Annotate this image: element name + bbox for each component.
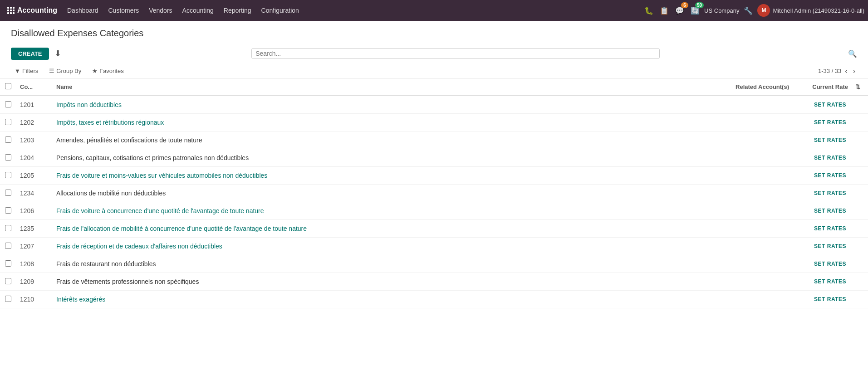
row-name-text: Frais de restaurant non déductibles — [56, 260, 156, 268]
nav-configuration[interactable]: Configuration — [257, 5, 304, 16]
row-name-link[interactable]: Impôts, taxes et rétributions régionaux — [56, 119, 164, 126]
set-rates-button[interactable]: SET RATES — [812, 118, 848, 127]
table-row: 1210 Intérêts exagérés SET RATES — [0, 291, 868, 308]
row-name-link[interactable]: Frais de voiture à concurrence d'une quo… — [56, 207, 264, 214]
settings-icon-btn[interactable]: 🔧 — [742, 5, 755, 17]
row-rate: SET RATES — [793, 255, 852, 273]
brand[interactable]: Accounting — [4, 6, 61, 15]
row-checkbox[interactable] — [5, 296, 11, 302]
set-rates-button[interactable]: SET RATES — [812, 278, 848, 286]
next-page-btn[interactable]: › — [851, 66, 857, 76]
set-rates-button[interactable]: SET RATES — [812, 154, 848, 162]
set-rates-button[interactable]: SET RATES — [812, 101, 848, 109]
rate-header: Current Rate — [793, 78, 852, 96]
filters-button[interactable]: ▼ Filters — [11, 66, 42, 76]
name-header[interactable]: Name — [53, 78, 720, 96]
prev-page-btn[interactable]: ‹ — [843, 66, 849, 76]
filter-bar: ▼ Filters ☰ Group By ★ Favorites 1-33 / … — [0, 64, 868, 78]
row-checkbox[interactable] — [5, 243, 11, 249]
set-rates-button[interactable]: SET RATES — [812, 224, 848, 233]
set-rates-button[interactable]: SET RATES — [812, 207, 848, 215]
row-accounts — [720, 273, 793, 291]
row-name-link[interactable]: Intérêts exagérés — [56, 296, 105, 303]
update-badge: 50 — [695, 2, 704, 8]
row-name-link[interactable]: Impôts non déductibles — [56, 101, 122, 108]
row-name: Intérêts exagérés — [53, 291, 720, 308]
row-accounts — [720, 114, 793, 131]
favorites-label: Favorites — [99, 68, 123, 74]
row-name-link[interactable]: Frais de l'allocation de mobilité à conc… — [56, 225, 307, 232]
row-action — [852, 149, 868, 167]
update-icon-wrap: 🔄 50 — [689, 5, 701, 17]
nav-reporting[interactable]: Reporting — [219, 5, 256, 16]
table-body: 1201 Impôts non déductibles SET RATES 12… — [0, 96, 868, 308]
row-action — [852, 185, 868, 202]
nav-vendors[interactable]: Vendors — [144, 5, 177, 16]
set-rates-button[interactable]: SET RATES — [812, 295, 848, 303]
set-rates-button[interactable]: SET RATES — [812, 242, 848, 250]
set-rates-button[interactable]: SET RATES — [812, 171, 848, 180]
row-checkbox[interactable] — [5, 260, 11, 267]
row-action — [852, 220, 868, 238]
nav-dashboard[interactable]: Dashboard — [63, 5, 103, 16]
row-checkbox[interactable] — [5, 101, 11, 107]
row-rate: SET RATES — [793, 114, 852, 131]
row-action — [852, 291, 868, 308]
row-code: 1206 — [16, 202, 53, 220]
row-checkbox-cell — [0, 149, 16, 167]
row-name-text: Amendes, pénalités et confiscations de t… — [56, 136, 202, 144]
select-all-checkbox[interactable] — [5, 83, 11, 89]
page-header: Disallowed Expenses Categories — [0, 21, 868, 47]
download-icon-btn[interactable]: ⬇ — [53, 47, 63, 60]
row-checkbox[interactable] — [5, 154, 11, 161]
row-accounts — [720, 149, 793, 167]
bug-icon-btn[interactable]: 🐛 — [642, 5, 655, 17]
set-rates-button[interactable]: SET RATES — [812, 136, 848, 144]
row-checkbox[interactable] — [5, 225, 11, 231]
code-header[interactable]: Co... — [16, 78, 53, 96]
search-button[interactable]: 🔍 — [848, 49, 857, 58]
row-checkbox[interactable] — [5, 190, 11, 196]
row-accounts — [720, 238, 793, 255]
row-action — [852, 238, 868, 255]
expenses-table: Co... Name Related Account(s) Current Ra… — [0, 78, 868, 308]
row-action — [852, 114, 868, 131]
nav-menu: Dashboard Customers Vendors Accounting R… — [63, 5, 641, 16]
table-row: 1235 Frais de l'allocation de mobilité à… — [0, 220, 868, 238]
data-table-wrap: Co... Name Related Account(s) Current Ra… — [0, 78, 868, 308]
user-name: Mitchell Admin (21490321-16-0-all) — [773, 7, 864, 14]
row-checkbox[interactable] — [5, 172, 11, 178]
row-rate: SET RATES — [793, 220, 852, 238]
create-button[interactable]: CREATE — [11, 48, 49, 60]
row-accounts — [720, 96, 793, 114]
row-code: 1207 — [16, 238, 53, 255]
group-by-label: Group By — [56, 68, 81, 74]
row-checkbox[interactable] — [5, 207, 11, 214]
row-accounts — [720, 291, 793, 308]
row-checkbox[interactable] — [5, 136, 11, 143]
row-rate: SET RATES — [793, 167, 852, 185]
favorites-button[interactable]: ★ Favorites — [88, 66, 127, 76]
row-checkbox[interactable] — [5, 119, 11, 125]
table-row: 1201 Impôts non déductibles SET RATES — [0, 96, 868, 114]
row-checkbox[interactable] — [5, 278, 11, 284]
table-row: 1234 Allocations de mobilité non déducti… — [0, 185, 868, 202]
row-name: Allocations de mobilité non déductibles — [53, 185, 720, 202]
page-title: Disallowed Expenses Categories — [11, 28, 857, 39]
table-row: 1208 Frais de restaurant non déductibles… — [0, 255, 868, 273]
group-by-button[interactable]: ☰ Group By — [45, 66, 85, 76]
search-input[interactable] — [255, 50, 656, 57]
action-header[interactable]: ⇅ — [852, 78, 868, 96]
nav-customers[interactable]: Customers — [104, 5, 144, 16]
row-name-link[interactable]: Frais de réception et de cadeaux d'affai… — [56, 243, 222, 250]
row-rate: SET RATES — [793, 131, 852, 149]
brand-name: Accounting — [17, 6, 57, 15]
row-action — [852, 273, 868, 291]
activity-icon-btn[interactable]: 📋 — [658, 5, 671, 17]
row-accounts — [720, 167, 793, 185]
set-rates-button[interactable]: SET RATES — [812, 189, 848, 197]
row-name-link[interactable]: Frais de voiture et moins-values sur véh… — [56, 172, 267, 179]
nav-accounting[interactable]: Accounting — [178, 5, 218, 16]
nav-right: 🐛 📋 💬 6 🔄 50 US Company 🔧 M Mitchell Adm… — [642, 4, 864, 17]
set-rates-button[interactable]: SET RATES — [812, 260, 848, 268]
